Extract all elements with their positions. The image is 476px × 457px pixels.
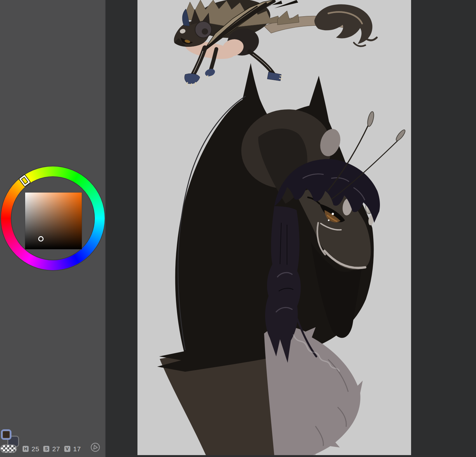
drawing-canvas[interactable] (137, 0, 411, 455)
value-value: 17 (73, 446, 81, 452)
play-icon (90, 442, 100, 452)
hue-badge: H (23, 446, 29, 452)
color-panel: H 25 S 27 V 17 (0, 0, 106, 457)
dragon-sketch (174, 0, 377, 87)
hue-value: 25 (32, 446, 39, 452)
value-badge: V (64, 446, 70, 452)
sv-cursor[interactable] (38, 236, 44, 242)
hsv-readout: H 25 S 27 V 17 (23, 445, 85, 453)
transparent-color-swatch[interactable] (0, 445, 17, 453)
saturation-badge: S (43, 446, 49, 452)
saturation-value-square[interactable] (25, 192, 82, 250)
artwork-illustration (137, 0, 411, 455)
primary-color-swatch[interactable] (1, 429, 11, 440)
character-bust (157, 63, 406, 455)
saturation-value: 27 (52, 446, 60, 452)
play-circle-button[interactable] (90, 442, 100, 452)
